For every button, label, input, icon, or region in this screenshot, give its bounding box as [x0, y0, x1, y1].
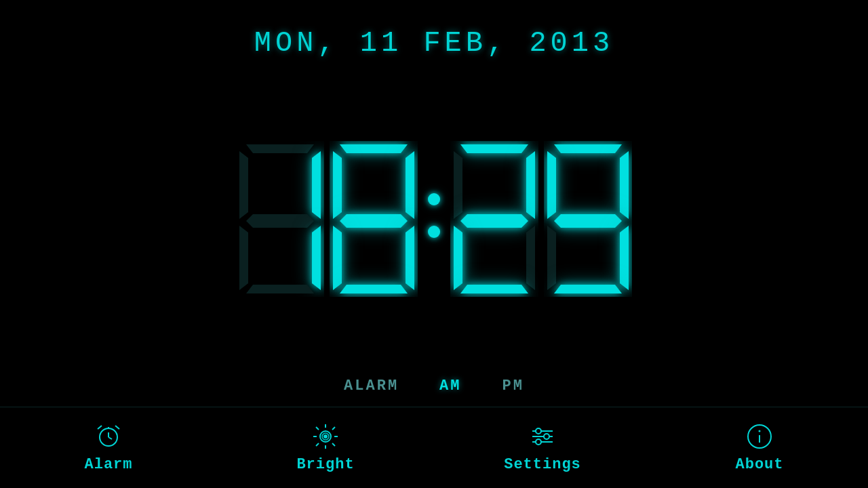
svg-marker-25 [547, 226, 556, 290]
clock-area [0, 60, 868, 378]
status-row: ALARM AM PM [344, 378, 524, 394]
svg-marker-17 [460, 214, 528, 228]
date-display: MON, 11 FEB, 2013 [254, 27, 614, 60]
settings-icon [528, 422, 557, 451]
svg-marker-0 [246, 144, 314, 153]
nav-bright[interactable]: Bright [217, 407, 434, 488]
svg-point-44 [323, 434, 328, 439]
svg-marker-21 [554, 144, 622, 153]
pm-indicator: PM [502, 378, 524, 394]
svg-marker-1 [239, 151, 248, 219]
settings-label: Settings [504, 456, 581, 473]
svg-line-42 [316, 443, 319, 446]
svg-marker-23 [620, 151, 629, 219]
svg-marker-2 [312, 151, 321, 219]
colon-separator [428, 193, 440, 245]
digit-h1 [236, 141, 324, 297]
svg-marker-18 [454, 226, 462, 290]
svg-marker-10 [340, 214, 408, 228]
info-icon [745, 422, 774, 451]
svg-line-30 [108, 437, 112, 439]
about-label: About [735, 456, 783, 473]
svg-marker-22 [547, 151, 556, 219]
svg-point-50 [536, 439, 541, 445]
svg-marker-4 [239, 226, 248, 290]
svg-marker-12 [406, 226, 414, 290]
svg-line-32 [115, 426, 119, 429]
svg-marker-5 [312, 226, 321, 290]
nav-settings[interactable]: Settings [434, 407, 651, 488]
svg-marker-14 [460, 144, 528, 153]
alarm-status: ALARM [344, 378, 399, 394]
svg-point-53 [759, 430, 761, 432]
svg-marker-13 [340, 285, 408, 293]
svg-point-48 [536, 428, 541, 434]
svg-marker-20 [460, 285, 528, 293]
nav-alarm[interactable]: Alarm [0, 407, 217, 488]
svg-marker-26 [620, 226, 629, 290]
digit-m2 [544, 141, 632, 297]
alarm-clock-icon [94, 422, 123, 451]
svg-marker-3 [246, 214, 314, 228]
svg-marker-16 [526, 151, 535, 219]
colon-dot-top [428, 193, 440, 205]
digit-m1 [450, 141, 538, 297]
colon-dot-bottom [428, 226, 440, 238]
svg-point-49 [544, 434, 549, 439]
svg-marker-19 [526, 226, 535, 290]
svg-marker-7 [340, 144, 408, 153]
svg-marker-27 [554, 285, 622, 293]
hours-digits [236, 141, 418, 297]
svg-marker-11 [333, 226, 342, 290]
bottom-nav: Alarm Bright Settings [0, 407, 868, 488]
nav-about[interactable]: About [651, 407, 868, 488]
svg-marker-15 [454, 151, 462, 219]
am-indicator: AM [439, 378, 461, 394]
bright-label: Bright [296, 456, 354, 473]
minutes-digits [450, 141, 632, 297]
sun-icon [311, 422, 340, 451]
svg-line-40 [332, 443, 335, 446]
svg-line-31 [98, 426, 102, 429]
svg-marker-8 [333, 151, 342, 219]
svg-marker-24 [554, 214, 622, 228]
svg-line-39 [316, 427, 319, 430]
svg-line-41 [332, 427, 335, 430]
svg-marker-9 [406, 151, 414, 219]
svg-marker-6 [246, 285, 314, 293]
clock-digits [236, 141, 632, 297]
alarm-label: Alarm [84, 456, 132, 473]
digit-h2 [330, 141, 418, 297]
